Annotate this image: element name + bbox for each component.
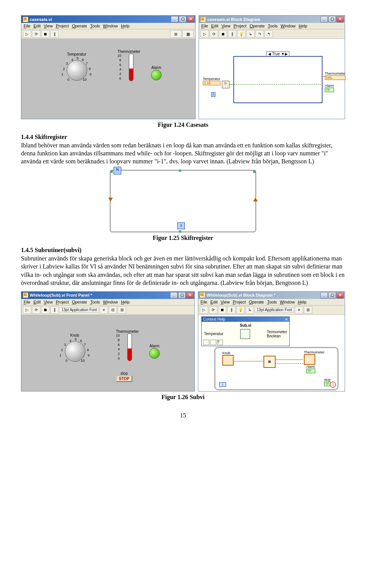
const-8[interactable]: 8	[211, 92, 215, 97]
minimize-button[interactable]: _	[171, 16, 178, 22]
close-button[interactable]: ✕	[336, 16, 344, 22]
menu-file[interactable]: File	[24, 24, 30, 28]
step-button[interactable]: ↳	[246, 306, 254, 314]
context-help-window[interactable]: Context Help ✕ Sub.vi Temperatur Termome…	[201, 316, 290, 346]
front-panel-canvas[interactable]: Knob 1 2 3 4 5 6 7 8 9 0 10	[21, 315, 194, 391]
loop-count-terminal[interactable]: N	[114, 167, 121, 174]
loop-iteration-terminal[interactable]: i	[177, 222, 185, 229]
run-cont-button[interactable]: ⟳	[32, 30, 40, 38]
menu-project[interactable]: Project	[233, 24, 246, 28]
pause-button[interactable]: ‖	[228, 30, 236, 38]
case-structure[interactable]: ◀ True ▼▶	[233, 56, 323, 103]
menu-file[interactable]: File	[24, 300, 30, 304]
reorder-button[interactable]: ⊞	[304, 306, 312, 314]
connector-icon[interactable]: ⊞	[170, 30, 181, 38]
knob-terminal[interactable]	[222, 355, 234, 366]
run-cont-button[interactable]: ⟳	[209, 306, 217, 314]
menu-tools[interactable]: Tools	[267, 300, 277, 304]
menu-tools[interactable]: Tools	[90, 24, 100, 28]
menu-help[interactable]: Help	[299, 24, 307, 28]
menu-edit[interactable]: Edit	[34, 24, 41, 28]
menu-tools[interactable]: Tools	[90, 300, 100, 304]
loop-condition-terminal[interactable]	[330, 382, 336, 388]
close-button[interactable]: ✕	[336, 292, 344, 299]
menu-operate[interactable]: Operate	[72, 300, 87, 304]
run-button[interactable]: ▷	[201, 30, 209, 38]
stop-button[interactable]: ⏹	[219, 30, 227, 38]
ch-detail-icon[interactable]	[203, 340, 209, 345]
menu-window[interactable]: Window	[280, 300, 295, 304]
stop-button[interactable]: ⏹	[41, 30, 50, 38]
highlight-button[interactable]: 💡	[237, 30, 246, 38]
run-cont-button[interactable]: ⟳	[32, 306, 40, 314]
pause-button[interactable]: ‖	[50, 306, 59, 314]
menu-view[interactable]: View	[44, 24, 53, 28]
stop-button-fp[interactable]: STOP	[116, 375, 132, 382]
align-button[interactable]: ≡	[100, 306, 108, 314]
align-button[interactable]: ≡	[295, 306, 303, 314]
step-into-button[interactable]: ↳	[246, 30, 255, 38]
menu-help[interactable]: Help	[121, 300, 130, 304]
context-help-close-icon[interactable]: ✕	[285, 317, 288, 321]
run-button[interactable]: ▷	[23, 30, 31, 38]
menu-operate[interactable]: Operate	[72, 24, 87, 28]
pause-button[interactable]: ‖	[50, 30, 59, 38]
indicator-thermometer[interactable]: DBL	[325, 75, 345, 80]
highlight-button[interactable]: 💡	[236, 306, 245, 314]
maximize-button[interactable]: ▢	[328, 292, 336, 299]
shift-register-left[interactable]	[108, 198, 113, 201]
menu-window[interactable]: Window	[103, 24, 118, 28]
block-diagram-canvas[interactable]: Context Help ✕ Sub.vi Temperatur Termome…	[198, 315, 345, 391]
run-cont-button[interactable]: ⟳	[210, 30, 218, 38]
vi-icon[interactable]: ▦	[182, 30, 194, 38]
pause-button[interactable]: ‖	[227, 306, 236, 314]
distribute-button[interactable]: ⊟	[109, 306, 117, 314]
reorder-button[interactable]: ⊞	[118, 306, 126, 314]
maximize-button[interactable]: ▢	[328, 16, 336, 22]
menu-edit[interactable]: Edit	[210, 300, 218, 304]
menu-tools[interactable]: Tools	[268, 24, 278, 28]
stop-button[interactable]: ⏹	[41, 306, 50, 314]
menu-edit[interactable]: Edit	[211, 24, 218, 28]
step-over-button[interactable]: ↷	[255, 30, 264, 38]
menu-operate[interactable]: Operate	[250, 24, 265, 28]
close-button[interactable]: ✕	[186, 292, 194, 299]
step-out-button[interactable]: ↰	[265, 30, 273, 38]
menu-operate[interactable]: Operate	[249, 300, 264, 304]
run-button[interactable]: ▷	[23, 306, 31, 314]
minimize-button[interactable]: _	[320, 292, 328, 299]
menu-edit[interactable]: Edit	[34, 300, 41, 304]
close-button[interactable]: ✕	[187, 16, 194, 22]
compare-node[interactable]: ▷	[222, 81, 230, 88]
run-button[interactable]: ▷	[200, 306, 208, 314]
menu-file[interactable]: File	[201, 24, 208, 28]
for-loop[interactable]: N i	[110, 170, 256, 232]
menu-view[interactable]: View	[221, 300, 230, 304]
font-select[interactable]: 13pt Application Font	[255, 307, 294, 312]
menu-help[interactable]: Help	[121, 24, 130, 28]
ch-lock-icon[interactable]	[210, 340, 216, 345]
while-loop[interactable]: Knob ▦ Thermometer Alarm TF	[214, 347, 339, 390]
front-panel-canvas[interactable]: Temperatur 1 2 3 4 5 6 7 8 9 0 10	[21, 39, 195, 119]
knob-temperatur[interactable]	[67, 60, 87, 81]
menu-project[interactable]: Project	[56, 24, 69, 28]
menu-file[interactable]: File	[201, 300, 207, 304]
case-selector-tab[interactable]: ◀ True ▼▶	[266, 51, 289, 56]
indicator-alarm[interactable]: TF	[325, 88, 334, 92]
thermometer-terminal[interactable]	[304, 354, 315, 365]
minimize-button[interactable]: _	[170, 292, 178, 299]
alarm-terminal[interactable]: TF	[306, 369, 315, 373]
loop-iteration-terminal[interactable]: i	[219, 382, 226, 387]
minimize-button[interactable]: _	[320, 16, 328, 22]
shift-register-right[interactable]	[253, 198, 258, 201]
block-diagram-canvas[interactable]: ◀ True ▼▶ Temperatur 1.16 8 ▷ Thermomete…	[199, 39, 345, 119]
maximize-button[interactable]: ▢	[179, 16, 186, 22]
ch-help-icon[interactable]: ?	[217, 340, 223, 345]
menu-help[interactable]: Help	[298, 300, 307, 304]
menu-view[interactable]: View	[222, 24, 231, 28]
control-temperatur[interactable]: 1.16	[203, 81, 220, 85]
maximize-button[interactable]: ▢	[178, 292, 186, 299]
menu-window[interactable]: Window	[103, 300, 118, 304]
knob-control[interactable]	[65, 341, 85, 362]
stop-button[interactable]: ⏹	[218, 306, 226, 314]
